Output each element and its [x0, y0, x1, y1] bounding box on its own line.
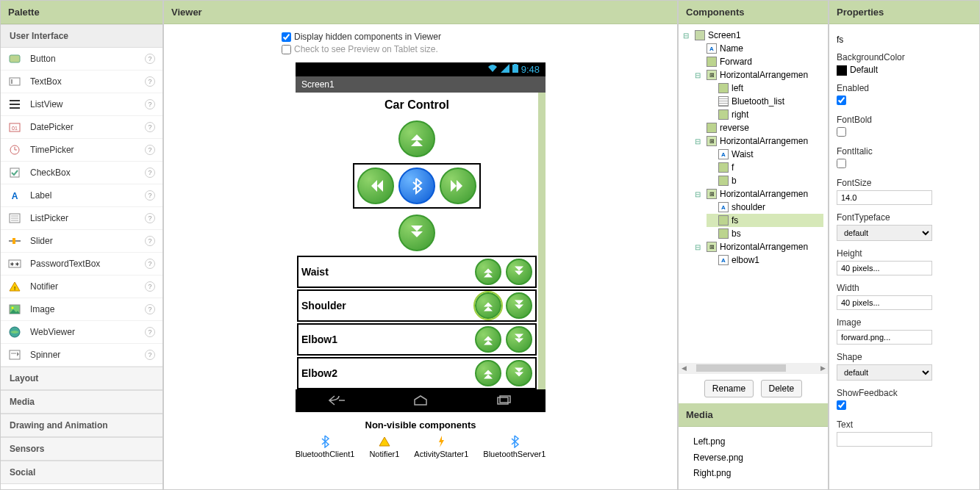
palette-section-sensors[interactable]: Sensors [1, 437, 162, 461]
help-icon[interactable]: ? [145, 167, 155, 178]
nonvis-bluetoothserver1[interactable]: BluetoothServer1 [483, 435, 546, 458]
prop-fontbold[interactable] [837, 127, 846, 137]
prop-width[interactable] [837, 295, 932, 310]
prop-text[interactable] [837, 432, 932, 447]
help-icon[interactable]: ? [145, 122, 155, 132]
palette-item-notifier[interactable]: !Notifier? [1, 275, 162, 298]
prop-fonttypeface[interactable]: default [837, 225, 932, 241]
help-icon[interactable]: ? [145, 213, 155, 223]
prop-backgroundcolor[interactable]: Default [837, 65, 972, 76]
tree-waist[interactable]: AWaist [707, 148, 823, 161]
palette-item-spinner[interactable]: Spinner? [1, 344, 162, 367]
right-button[interactable] [440, 167, 476, 204]
prop-enabled[interactable] [837, 96, 846, 105]
nav-home-icon[interactable] [412, 395, 429, 408]
nav-back-icon[interactable] [329, 395, 346, 408]
tree-name[interactable]: AName [695, 42, 823, 55]
joint-up-button[interactable] [475, 326, 501, 353]
palette-section-media[interactable]: Media [1, 390, 162, 414]
nonvis-notifier1[interactable]: Notifier1 [369, 435, 399, 458]
tree-forward[interactable]: Forward [695, 55, 823, 68]
help-icon[interactable]: ? [145, 99, 155, 109]
prop-image[interactable] [837, 330, 932, 345]
tablet-preview-checkbox[interactable] [282, 45, 291, 54]
joint-up-button[interactable] [475, 259, 501, 285]
phone-content[interactable]: Car Control [296, 93, 546, 389]
help-icon[interactable]: ? [145, 190, 155, 201]
tree-f[interactable]: f [707, 161, 823, 174]
joint-down-button[interactable] [506, 292, 532, 319]
bluetooth-button[interactable] [398, 167, 435, 204]
prop-height[interactable] [837, 261, 932, 275]
palette-section-ui[interactable]: User Interface [1, 24, 162, 48]
help-icon[interactable]: ? [145, 327, 155, 337]
tree-ha1[interactable]: ⊟⊞HorizontalArrangemen [695, 68, 823, 82]
palette-item-listview[interactable]: ListView? [1, 93, 162, 116]
help-icon[interactable]: ? [145, 259, 155, 269]
tree-b[interactable]: b [707, 174, 823, 187]
joint-label: Elbow1 [301, 334, 475, 345]
media-file[interactable]: Reverse.png [693, 450, 813, 466]
help-icon[interactable]: ? [145, 54, 155, 64]
left-button[interactable] [357, 167, 394, 204]
tree-ha2[interactable]: ⊟⊞HorizontalArrangemen [695, 134, 823, 148]
tree-shoulder[interactable]: Ashoulder [707, 201, 823, 214]
tree-ha3[interactable]: ⊟⊞HorizontalArrangemen [695, 187, 823, 201]
help-icon[interactable]: ? [145, 145, 155, 155]
tablet-preview-checkbox-row[interactable]: Check to see Preview on Tablet size. [282, 44, 441, 54]
nonvis-bluetoothclient1[interactable]: BluetoothClient1 [296, 435, 355, 458]
palette-item-textbox[interactable]: TextBox? [1, 71, 162, 93]
delete-button[interactable]: Delete [761, 380, 803, 397]
joint-label: Waist [301, 266, 475, 278]
nonvis-activitystarter1[interactable]: ActivityStarter1 [414, 435, 468, 458]
tree-screen1[interactable]: ⊟Screen1 [683, 29, 823, 42]
nav-recent-icon[interactable] [495, 395, 512, 408]
tree-elbow1[interactable]: Aelbow1 [707, 253, 823, 267]
prop-showfeedback[interactable] [837, 400, 846, 410]
display-hidden-checkbox[interactable] [282, 32, 291, 42]
wifi-icon [487, 64, 498, 75]
help-icon[interactable]: ? [145, 281, 155, 292]
help-icon[interactable]: ? [145, 304, 155, 314]
display-hidden-checkbox-row[interactable]: Display hidden components in Viewer [282, 32, 441, 42]
palette-section-drawing[interactable]: Drawing and Animation [1, 414, 162, 437]
prop-fontitalic[interactable] [837, 159, 846, 168]
components-tree[interactable]: ⊟Screen1 AName Forward ⊟⊞HorizontalArran… [679, 24, 828, 363]
palette-item-webviewer[interactable]: WebViewer? [1, 321, 162, 344]
tree-right[interactable]: right [707, 108, 823, 121]
joint-up-button[interactable] [475, 292, 501, 319]
prop-fontsize[interactable] [837, 190, 932, 205]
joint-down-button[interactable] [506, 326, 532, 353]
tree-left[interactable]: left [707, 82, 823, 95]
tree-reverse[interactable]: reverse [695, 121, 823, 134]
palette-section-social[interactable]: Social [1, 461, 162, 484]
palette-item-timepicker[interactable]: TimePicker? [1, 139, 162, 162]
tree-fs[interactable]: fs [707, 214, 823, 227]
media-file[interactable]: Left.png [693, 434, 813, 450]
palette-item-label[interactable]: ALabel? [1, 184, 162, 207]
tree-bs[interactable]: bs [707, 227, 823, 240]
palette-section-layout[interactable]: Layout [1, 367, 162, 390]
tree-btlist[interactable]: Bluetooth_list [707, 95, 823, 108]
components-hscroll[interactable]: ◀▶ [679, 363, 828, 373]
help-icon[interactable]: ? [145, 76, 155, 87]
palette-item-passwordtextbox[interactable]: ∗∗PasswordTextBox? [1, 253, 162, 275]
joint-down-button[interactable] [506, 259, 532, 285]
prop-shape[interactable]: default [837, 364, 932, 381]
media-file[interactable]: Right.png [693, 466, 813, 482]
palette-item-datepicker[interactable]: 01DatePicker? [1, 116, 162, 139]
palette-item-listpicker[interactable]: ListPicker? [1, 207, 162, 230]
rename-button[interactable]: Rename [704, 380, 754, 397]
image-icon [8, 303, 21, 316]
help-icon[interactable]: ? [145, 236, 155, 246]
palette-item-checkbox[interactable]: CheckBox? [1, 162, 162, 184]
palette-item-image[interactable]: Image? [1, 298, 162, 321]
palette-item-button[interactable]: Button? [1, 48, 162, 71]
joint-up-button[interactable] [475, 360, 501, 386]
joint-down-button[interactable] [506, 360, 532, 386]
help-icon[interactable]: ? [145, 350, 155, 360]
palette-item-slider[interactable]: Slider? [1, 230, 162, 253]
reverse-button[interactable] [398, 215, 435, 251]
tree-ha4[interactable]: ⊟⊞HorizontalArrangemen [695, 240, 823, 253]
forward-button[interactable] [398, 120, 435, 157]
